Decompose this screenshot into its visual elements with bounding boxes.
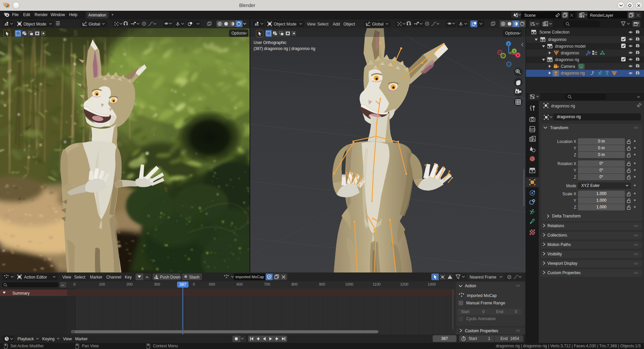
svg-text:Z: Z [507,42,509,46]
svg-text:Y: Y [513,50,515,53]
svg-text:X: X [517,54,519,57]
